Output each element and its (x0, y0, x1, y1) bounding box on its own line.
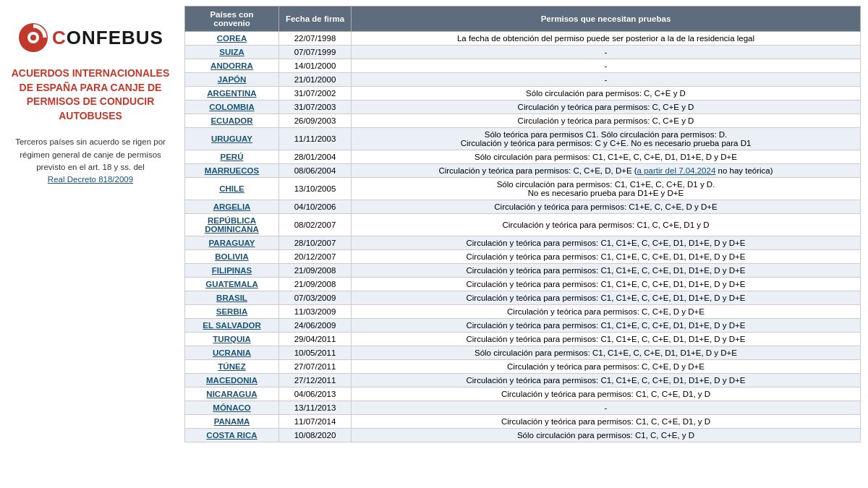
confebus-logo-icon (17, 22, 49, 53)
logo-rest: ONFEBUS (67, 27, 163, 48)
date-cell: 10/05/2011 (279, 346, 352, 360)
country-cell[interactable]: TÚNEZ (185, 360, 279, 374)
country-cell[interactable]: REPÚBLICA DOMINICANA (185, 214, 279, 236)
table-row: ECUADOR26/09/2003Circulación y teórica p… (185, 114, 861, 128)
country-cell[interactable]: CHILE (185, 178, 279, 200)
table-row: NICARAGUA04/06/2013Circulación y teórica… (185, 388, 861, 401)
country-cell[interactable]: SERBIA (185, 305, 279, 319)
date-cell: 13/11/2013 (279, 401, 352, 415)
table-row: PARAGUAY28/10/2007Circulación y teórica … (185, 236, 861, 250)
date-cell: 04/10/2006 (279, 200, 352, 214)
marruecos-link[interactable]: a partir del 7.04.2024 (637, 166, 716, 175)
table-row: SUIZA07/07/1999- (185, 46, 861, 59)
date-cell: 13/10/2005 (279, 178, 352, 200)
table-row: GUATEMALA21/09/2008Circulación y teórica… (185, 278, 861, 291)
permisos-cell: - (352, 46, 861, 59)
date-cell: 08/06/2004 (279, 164, 352, 178)
permisos-cell: Circulación y teórica para permisos: C1+… (352, 200, 861, 214)
table-row: COLOMBIA31/07/2003Circulación y teórica … (185, 100, 861, 114)
table-row: COREA22/07/1998La fecha de obtención del… (185, 32, 861, 46)
country-cell[interactable]: UCRANIA (185, 346, 279, 360)
country-cell[interactable]: JAPÓN (185, 73, 279, 87)
permisos-cell: Sólo circulación para permisos: C, C+E y… (352, 87, 861, 100)
table-row: JAPÓN21/01/2000- (185, 73, 861, 87)
country-cell[interactable]: URUGUAY (185, 128, 279, 150)
permisos-cell: Circulación y teórica para permisos: C1,… (352, 236, 861, 250)
permisos-cell: Circulación y teórica para permisos: C, … (352, 164, 861, 178)
permisos-cell: Circulación y teórica para permisos: C, … (352, 305, 861, 319)
country-cell[interactable]: MACEDONIA (185, 374, 279, 388)
country-cell[interactable]: ARGELIA (185, 200, 279, 214)
table-row: PERÚ28/01/2004Sólo circulación para perm… (185, 150, 861, 164)
table-row: FILIPINAS21/09/2008Circulación y teórica… (185, 264, 861, 278)
date-cell: 29/04/2011 (279, 333, 352, 346)
table-row: COSTA RICA10/08/2020Sólo circulación par… (185, 429, 861, 442)
country-cell[interactable]: ANDORRA (185, 59, 279, 73)
date-cell: 28/01/2004 (279, 150, 352, 164)
country-cell[interactable]: COREA (185, 32, 279, 46)
permisos-cell: Sólo teórica para permisos C1. Sólo circ… (352, 128, 861, 150)
permisos-cell: Sólo circulación para permisos: C1, C1+E… (352, 178, 861, 200)
table-row: BRASIL07/03/2009Circulación y teórica pa… (185, 291, 861, 305)
table-row: URUGUAY11/11/2003Sólo teórica para permi… (185, 128, 861, 150)
country-cell[interactable]: SUIZA (185, 46, 279, 59)
country-cell[interactable]: ECUADOR (185, 114, 279, 128)
country-cell[interactable]: TURQUIA (185, 333, 279, 346)
table-row: BOLIVIA20/12/2007Circulación y teórica p… (185, 250, 861, 264)
table-row: MARRUECOS08/06/2004Circulación y teórica… (185, 164, 861, 178)
date-cell: 31/07/2003 (279, 100, 352, 114)
table-row: EL SALVADOR24/06/2009Circulación y teóri… (185, 319, 861, 333)
permisos-cell: Circulación y teórica para permisos: C1,… (352, 374, 861, 388)
country-cell[interactable]: PERÚ (185, 150, 279, 164)
permisos-cell: Sólo circulación para permisos: C1, C, C… (352, 429, 861, 442)
table-row: MÓNACO13/11/2013- (185, 401, 861, 415)
permisos-cell: La fecha de obtención del permiso puede … (352, 32, 861, 46)
table-row: TÚNEZ27/07/2011Circulación y teórica par… (185, 360, 861, 374)
country-cell[interactable]: GUATEMALA (185, 278, 279, 291)
country-cell[interactable]: MÓNACO (185, 401, 279, 415)
country-cell[interactable]: COSTA RICA (185, 429, 279, 442)
table-row: ARGENTINA31/07/2002Sólo circulación para… (185, 87, 861, 100)
col-country: Países con convenio (185, 7, 279, 32)
country-cell[interactable]: MARRUECOS (185, 164, 279, 178)
permisos-cell: Circulación y teórica para permisos: C1,… (352, 388, 861, 401)
permisos-cell: Circulación y teórica para permisos: C1,… (352, 250, 861, 264)
date-cell: 27/07/2011 (279, 360, 352, 374)
country-cell[interactable]: COLOMBIA (185, 100, 279, 114)
date-cell: 08/02/2007 (279, 214, 352, 236)
table-row: MACEDONIA27/12/2011Circulación y teórica… (185, 374, 861, 388)
permisos-cell: Circulación y teórica para permisos: C, … (352, 114, 861, 128)
decree-link[interactable]: Real Decreto 818/2009 (48, 175, 133, 184)
country-cell[interactable]: FILIPINAS (185, 264, 279, 278)
table-body: COREA22/07/1998La fecha de obtención del… (185, 32, 861, 442)
permisos-cell: - (352, 401, 861, 415)
country-cell[interactable]: BOLIVIA (185, 250, 279, 264)
permisos-cell: Sólo circulación para permisos: C1, C1+E… (352, 150, 861, 164)
date-cell: 11/11/2003 (279, 128, 352, 150)
date-cell: 22/07/1998 (279, 32, 352, 46)
country-cell[interactable]: EL SALVADOR (185, 319, 279, 333)
permisos-cell: Circulación y teórica para permisos: C, … (352, 100, 861, 114)
country-cell[interactable]: NICARAGUA (185, 388, 279, 401)
main-content: Países con convenio Fecha de firma Permi… (181, 0, 868, 488)
main-title: ACUERDOS INTERNACIONALES DE ESPAÑA PARA … (11, 67, 170, 123)
country-cell[interactable]: PARAGUAY (185, 236, 279, 250)
permisos-cell: - (352, 59, 861, 73)
permisos-cell: Circulación y teórica para permisos: C1,… (352, 264, 861, 278)
agreements-table: Países con convenio Fecha de firma Permi… (184, 6, 861, 442)
permisos-cell: Circulación y teórica para permisos: C, … (352, 360, 861, 374)
date-cell: 24/06/2009 (279, 319, 352, 333)
col-permisos: Permisos que necesitan pruebas (352, 7, 861, 32)
country-cell[interactable]: PANAMA (185, 415, 279, 429)
logo-text: CONFEBUS (52, 27, 163, 49)
table-row: REPÚBLICA DOMINICANA08/02/2007Circulació… (185, 214, 861, 236)
date-cell: 20/12/2007 (279, 250, 352, 264)
country-cell[interactable]: BRASIL (185, 291, 279, 305)
table-row: ARGELIA04/10/2006Circulación y teórica p… (185, 200, 861, 214)
table-row: ANDORRA14/01/2000- (185, 59, 861, 73)
table-header: Países con convenio Fecha de firma Permi… (185, 7, 861, 32)
permisos-cell: - (352, 73, 861, 87)
country-cell[interactable]: ARGENTINA (185, 87, 279, 100)
date-cell: 21/01/2000 (279, 73, 352, 87)
table-row: UCRANIA10/05/2011Sólo circulación para p… (185, 346, 861, 360)
